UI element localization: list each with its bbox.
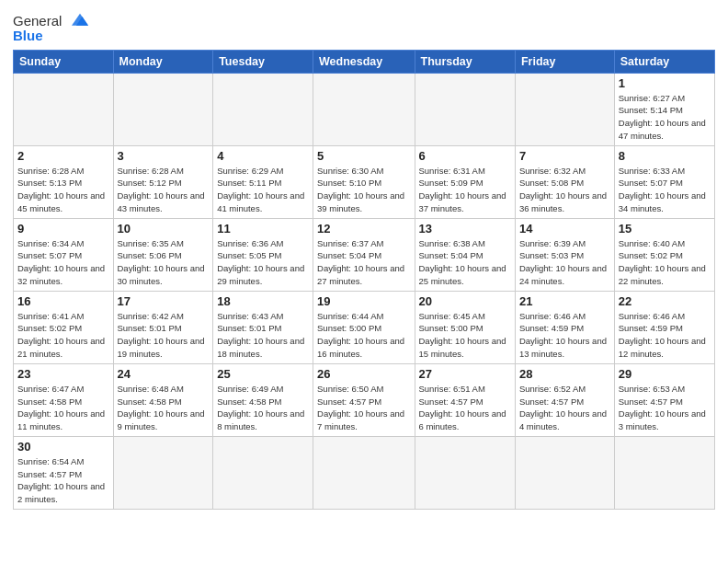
calendar-cell	[113, 73, 213, 145]
day-number: 25	[217, 367, 309, 381]
calendar-cell	[213, 73, 313, 145]
day-number: 4	[217, 149, 309, 163]
day-info: Sunrise: 6:39 AM Sunset: 5:03 PM Dayligh…	[519, 237, 610, 288]
day-number: 27	[419, 367, 511, 381]
day-info: Sunrise: 6:51 AM Sunset: 4:57 PM Dayligh…	[419, 383, 511, 433]
calendar-cell	[415, 436, 515, 509]
day-info: Sunrise: 6:30 AM Sunset: 5:10 PM Dayligh…	[317, 165, 410, 215]
day-number: 10	[118, 222, 210, 236]
calendar-week-row: 30Sunrise: 6:54 AM Sunset: 4:57 PM Dayli…	[14, 436, 715, 509]
calendar-week-row: 9Sunrise: 6:34 AM Sunset: 5:07 PM Daylig…	[14, 218, 715, 291]
day-info: Sunrise: 6:36 AM Sunset: 5:05 PM Dayligh…	[217, 237, 309, 288]
day-number: 9	[17, 222, 109, 236]
logo: General Blue	[13, 13, 92, 44]
day-number: 26	[317, 367, 410, 381]
day-number: 2	[17, 149, 109, 163]
calendar-cell: 29Sunrise: 6:53 AM Sunset: 4:57 PM Dayli…	[614, 363, 714, 436]
calendar-cell	[113, 436, 213, 509]
header-friday: Friday	[515, 50, 614, 73]
day-info: Sunrise: 6:46 AM Sunset: 4:59 PM Dayligh…	[619, 310, 711, 361]
day-number: 19	[317, 294, 410, 308]
calendar-table: Sunday Monday Tuesday Wednesday Thursday…	[13, 50, 715, 510]
header-sunday: Sunday	[14, 50, 114, 73]
day-number: 6	[419, 149, 511, 163]
day-number: 14	[519, 222, 610, 236]
day-info: Sunrise: 6:48 AM Sunset: 4:58 PM Dayligh…	[118, 383, 210, 433]
day-number: 3	[118, 149, 210, 163]
calendar-cell: 18Sunrise: 6:43 AM Sunset: 5:01 PM Dayli…	[213, 291, 313, 363]
day-number: 11	[217, 222, 309, 236]
calendar-cell: 28Sunrise: 6:52 AM Sunset: 4:57 PM Dayli…	[515, 363, 614, 436]
day-info: Sunrise: 6:31 AM Sunset: 5:09 PM Dayligh…	[419, 165, 511, 215]
day-info: Sunrise: 6:29 AM Sunset: 5:11 PM Dayligh…	[217, 165, 309, 215]
day-number: 15	[619, 222, 711, 236]
day-info: Sunrise: 6:38 AM Sunset: 5:04 PM Dayligh…	[419, 237, 511, 288]
calendar-cell: 1Sunrise: 6:27 AM Sunset: 5:14 PM Daylig…	[614, 73, 714, 145]
day-info: Sunrise: 6:50 AM Sunset: 4:57 PM Dayligh…	[317, 383, 410, 433]
calendar-cell: 19Sunrise: 6:44 AM Sunset: 5:00 PM Dayli…	[313, 291, 415, 363]
calendar-cell	[313, 73, 415, 145]
day-number: 17	[118, 294, 210, 308]
calendar-cell: 3Sunrise: 6:28 AM Sunset: 5:12 PM Daylig…	[113, 145, 213, 218]
calendar-cell: 21Sunrise: 6:46 AM Sunset: 4:59 PM Dayli…	[515, 291, 614, 363]
calendar-cell: 2Sunrise: 6:28 AM Sunset: 5:13 PM Daylig…	[14, 145, 114, 218]
day-info: Sunrise: 6:42 AM Sunset: 5:01 PM Dayligh…	[118, 310, 210, 361]
day-info: Sunrise: 6:40 AM Sunset: 5:02 PM Dayligh…	[619, 237, 711, 288]
day-number: 16	[17, 294, 109, 308]
day-number: 21	[519, 294, 610, 308]
weekday-header-row: Sunday Monday Tuesday Wednesday Thursday…	[14, 50, 715, 73]
calendar-cell: 24Sunrise: 6:48 AM Sunset: 4:58 PM Dayli…	[113, 363, 213, 436]
header-wednesday: Wednesday	[313, 50, 415, 73]
calendar-cell: 13Sunrise: 6:38 AM Sunset: 5:04 PM Dayli…	[415, 218, 515, 291]
calendar-cell	[415, 73, 515, 145]
day-info: Sunrise: 6:44 AM Sunset: 5:00 PM Dayligh…	[317, 310, 410, 361]
calendar-cell	[614, 436, 714, 509]
day-info: Sunrise: 6:43 AM Sunset: 5:01 PM Dayligh…	[217, 310, 309, 361]
calendar-cell: 12Sunrise: 6:37 AM Sunset: 5:04 PM Dayli…	[313, 218, 415, 291]
day-info: Sunrise: 6:37 AM Sunset: 5:04 PM Dayligh…	[317, 237, 410, 288]
calendar-cell: 27Sunrise: 6:51 AM Sunset: 4:57 PM Dayli…	[415, 363, 515, 436]
day-info: Sunrise: 6:49 AM Sunset: 4:58 PM Dayligh…	[217, 383, 309, 433]
day-info: Sunrise: 6:45 AM Sunset: 5:00 PM Dayligh…	[419, 310, 511, 361]
day-info: Sunrise: 6:53 AM Sunset: 4:57 PM Dayligh…	[619, 383, 711, 433]
day-number: 8	[619, 149, 711, 163]
logo-text: General Blue	[13, 13, 92, 44]
day-info: Sunrise: 6:54 AM Sunset: 4:57 PM Dayligh…	[17, 455, 109, 506]
calendar-cell: 11Sunrise: 6:36 AM Sunset: 5:05 PM Dayli…	[213, 218, 313, 291]
header: General Blue	[13, 9, 715, 44]
day-info: Sunrise: 6:52 AM Sunset: 4:57 PM Dayligh…	[519, 383, 610, 433]
calendar-cell	[313, 436, 415, 509]
calendar-cell: 8Sunrise: 6:33 AM Sunset: 5:07 PM Daylig…	[614, 145, 714, 218]
calendar-cell: 30Sunrise: 6:54 AM Sunset: 4:57 PM Dayli…	[14, 436, 114, 509]
calendar-cell: 20Sunrise: 6:45 AM Sunset: 5:00 PM Dayli…	[415, 291, 515, 363]
calendar-cell	[515, 436, 614, 509]
calendar-week-row: 1Sunrise: 6:27 AM Sunset: 5:14 PM Daylig…	[14, 73, 715, 145]
day-number: 22	[619, 294, 711, 308]
page: General Blue Sunday Monday Tuesday Wedne…	[0, 0, 728, 563]
calendar-cell: 17Sunrise: 6:42 AM Sunset: 5:01 PM Dayli…	[113, 291, 213, 363]
day-number: 5	[317, 149, 410, 163]
day-info: Sunrise: 6:32 AM Sunset: 5:08 PM Dayligh…	[519, 165, 610, 215]
calendar-cell: 6Sunrise: 6:31 AM Sunset: 5:09 PM Daylig…	[415, 145, 515, 218]
calendar-week-row: 23Sunrise: 6:47 AM Sunset: 4:58 PM Dayli…	[14, 363, 715, 436]
calendar-cell: 9Sunrise: 6:34 AM Sunset: 5:07 PM Daylig…	[14, 218, 114, 291]
calendar-cell: 15Sunrise: 6:40 AM Sunset: 5:02 PM Dayli…	[614, 218, 714, 291]
day-number: 1	[619, 76, 711, 90]
day-number: 18	[217, 294, 309, 308]
calendar-cell: 7Sunrise: 6:32 AM Sunset: 5:08 PM Daylig…	[515, 145, 614, 218]
day-info: Sunrise: 6:28 AM Sunset: 5:12 PM Dayligh…	[118, 165, 210, 215]
header-thursday: Thursday	[415, 50, 515, 73]
day-number: 12	[317, 222, 410, 236]
day-info: Sunrise: 6:41 AM Sunset: 5:02 PM Dayligh…	[17, 310, 109, 361]
day-info: Sunrise: 6:35 AM Sunset: 5:06 PM Dayligh…	[118, 237, 210, 288]
calendar-cell: 10Sunrise: 6:35 AM Sunset: 5:06 PM Dayli…	[113, 218, 213, 291]
calendar-week-row: 2Sunrise: 6:28 AM Sunset: 5:13 PM Daylig…	[14, 145, 715, 218]
calendar-cell: 22Sunrise: 6:46 AM Sunset: 4:59 PM Dayli…	[614, 291, 714, 363]
calendar-cell	[213, 436, 313, 509]
day-number: 28	[519, 367, 610, 381]
header-tuesday: Tuesday	[213, 50, 313, 73]
day-info: Sunrise: 6:27 AM Sunset: 5:14 PM Dayligh…	[619, 92, 711, 143]
calendar-cell: 23Sunrise: 6:47 AM Sunset: 4:58 PM Dayli…	[14, 363, 114, 436]
day-info: Sunrise: 6:47 AM Sunset: 4:58 PM Dayligh…	[17, 383, 109, 433]
day-number: 23	[17, 367, 109, 381]
